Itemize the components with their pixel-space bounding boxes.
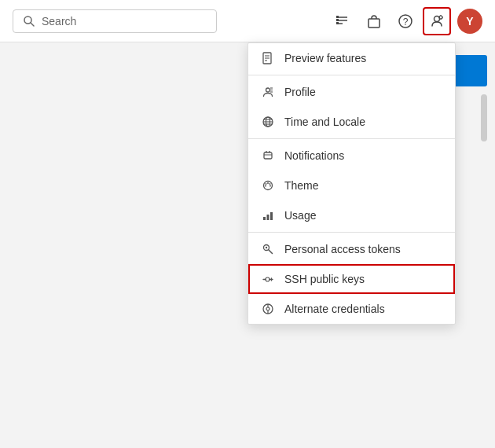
alt-creds-icon (261, 302, 275, 316)
menu-item-alt-creds[interactable]: Alternate credentials (248, 294, 455, 324)
help-icon: ? (398, 13, 413, 29)
menu-label-preview-features: Preview features (284, 52, 366, 64)
task-list-icon (335, 13, 350, 29)
menu-item-notifications[interactable]: Notifications (248, 141, 455, 171)
menu-item-ssh[interactable]: SSH public keys (248, 264, 455, 294)
svg-point-21 (266, 88, 270, 92)
bag-icon (366, 13, 382, 29)
user-settings-button[interactable] (423, 7, 451, 35)
svg-rect-40 (263, 217, 266, 220)
menu-label-usage: Usage (284, 209, 316, 222)
svg-point-38 (270, 185, 271, 187)
svg-text:?: ? (403, 17, 409, 28)
search-icon (23, 15, 35, 28)
svg-point-36 (267, 182, 269, 184)
notifications-icon (261, 149, 275, 163)
menu-item-profile[interactable]: Profile (248, 77, 455, 107)
svg-rect-42 (270, 212, 273, 220)
menu-label-notifications: Notifications (284, 149, 344, 162)
svg-line-44 (269, 250, 273, 254)
marketplace-button[interactable] (360, 7, 388, 35)
topbar: Search ? (0, 0, 495, 42)
svg-rect-6 (336, 19, 339, 21)
svg-point-35 (266, 183, 267, 185)
divider-2 (248, 138, 455, 139)
pat-icon (261, 242, 275, 256)
background-scrollbar (481, 94, 487, 141)
svg-point-12 (439, 16, 442, 19)
menu-label-theme: Theme (284, 179, 319, 192)
svg-rect-41 (267, 215, 270, 220)
menu-label-profile: Profile (284, 86, 316, 98)
menu-item-time-locale[interactable]: Time and Locale (248, 107, 455, 137)
divider-1 (248, 75, 455, 75)
help-button[interactable]: ? (391, 7, 420, 35)
profile-icon (261, 85, 275, 99)
menu-label-time-locale: Time and Locale (284, 116, 365, 128)
task-list-button[interactable] (328, 7, 357, 35)
menu-item-theme[interactable]: Theme (248, 171, 455, 200)
menu-item-preview-features[interactable]: Preview features (248, 43, 455, 73)
user-dropdown-menu: Preview features Profile Time a (248, 42, 456, 325)
menu-label-alt-creds: Alternate credentials (284, 303, 385, 315)
menu-label-ssh: SSH public keys (284, 273, 365, 285)
user-settings-icon (429, 13, 445, 29)
svg-point-45 (266, 247, 267, 248)
theme-icon (261, 178, 275, 193)
usage-icon (261, 208, 275, 222)
ssh-icon (261, 272, 275, 286)
svg-rect-7 (336, 22, 339, 24)
menu-item-usage[interactable]: Usage (248, 200, 455, 230)
globe-icon (261, 115, 275, 129)
svg-rect-30 (264, 152, 272, 159)
avatar[interactable]: Y (457, 9, 482, 34)
document-icon (261, 51, 275, 65)
search-box[interactable]: Search (13, 9, 217, 33)
menu-item-pat[interactable]: Personal access tokens (248, 234, 455, 264)
menu-label-pat: Personal access tokens (284, 243, 401, 255)
divider-3 (248, 232, 455, 233)
search-label: Search (42, 15, 76, 28)
svg-rect-5 (336, 16, 339, 18)
svg-line-1 (31, 23, 34, 26)
svg-rect-8 (368, 19, 380, 28)
topbar-icons: ? Y (328, 7, 482, 35)
svg-point-47 (266, 307, 270, 310)
svg-point-37 (270, 183, 271, 185)
svg-point-39 (265, 185, 266, 187)
